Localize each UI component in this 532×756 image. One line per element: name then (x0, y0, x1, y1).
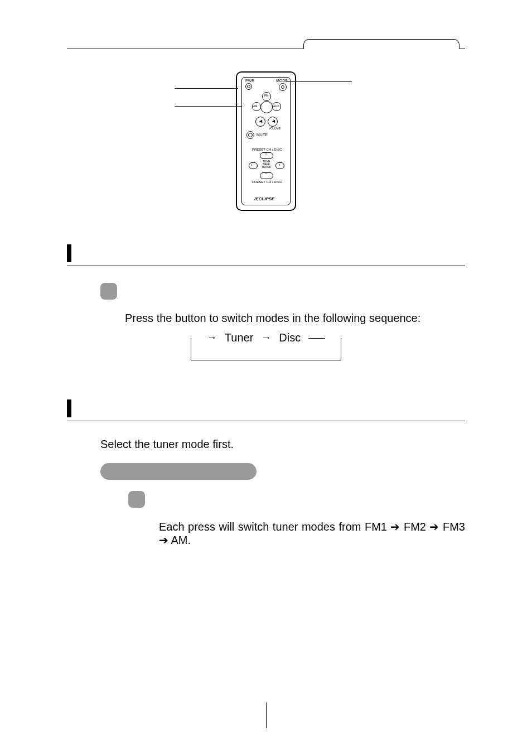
volume-label: VOLUME (269, 127, 280, 130)
pwr-button[interactable] (245, 83, 252, 90)
line-icon (308, 338, 325, 339)
am-label: AM (253, 104, 258, 108)
arrow-icon: → (261, 332, 271, 344)
section-heading-row (67, 399, 465, 421)
remote-inner: PWR MODE FM AM AUX (241, 77, 291, 205)
cycle-item-tuner: Tuner (225, 331, 254, 344)
header-rule (67, 33, 465, 49)
section-heading-row (67, 244, 465, 266)
remote-figure: PWR MODE FM AM AUX (67, 71, 465, 211)
step-number-box (128, 491, 145, 508)
preset-up-label: PRESET CH / DISC (252, 148, 282, 151)
vol-down-button[interactable]: ◄ (255, 117, 265, 127)
pwr-label: PWR (245, 79, 254, 83)
seek-next-button[interactable]: › (275, 162, 284, 169)
section-bar-icon (67, 244, 71, 262)
mute-label: MUTE (257, 133, 268, 137)
seek-label: TUNESEEKTRACK (262, 160, 271, 168)
remote-body: PWR MODE FM AM AUX (236, 71, 296, 211)
cycle-item-disc: Disc (279, 331, 301, 344)
seek-prev-button[interactable]: ‹ (249, 162, 258, 169)
callout-line (175, 88, 238, 89)
step-marker (128, 491, 145, 508)
sub-heading-pill (100, 463, 257, 480)
tuner-section: Select the tuner mode first. Each press … (67, 399, 465, 547)
brand-label: /ECLIPSE (254, 196, 274, 201)
mode-section: Press the button to switch modes in the … (67, 244, 465, 360)
mute-button[interactable] (246, 131, 254, 139)
mode-button[interactable] (279, 83, 287, 91)
arrow-icon: → (207, 332, 217, 344)
fm-label: FM (264, 94, 268, 97)
tuner-intro: Select the tuner mode first. (100, 438, 465, 451)
header-tab (303, 39, 460, 49)
preset-down-button[interactable]: ˅ (260, 172, 273, 179)
mode-cycle-diagram: → Tuner → Disc (191, 338, 341, 360)
footer-divider (266, 702, 267, 728)
mode-instruction: Press the button to switch modes in the … (125, 312, 465, 325)
tuner-instruction: Each press will switch tuner modes from … (159, 520, 465, 547)
callout-line (175, 106, 241, 107)
aux-label: AUX (273, 104, 279, 108)
mode-label: MODE (276, 79, 288, 83)
step-marker (100, 283, 117, 300)
vol-up-button[interactable]: ◄ (268, 117, 278, 127)
preset-down-label: PRESET CH / DISC (252, 180, 282, 184)
step-number-box (100, 283, 117, 300)
preset-up-button[interactable]: ˄ (260, 152, 273, 159)
page: PWR MODE FM AM AUX (0, 0, 532, 547)
section-bar-icon (67, 399, 71, 417)
nav-cluster-center[interactable] (260, 101, 273, 113)
